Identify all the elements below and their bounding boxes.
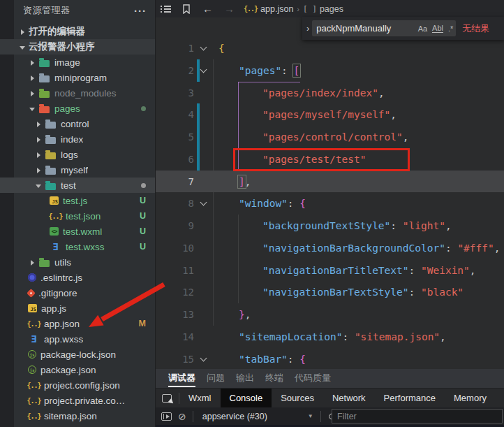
chevron-right-icon[interactable] (28, 73, 37, 82)
code-line-11[interactable]: 11"navigationBarTitleText": "Weixin", (156, 259, 504, 282)
chevron-right-icon[interactable] (34, 135, 43, 144)
chevron-right-icon[interactable] (34, 166, 43, 175)
code-token: "#fff" (457, 243, 494, 254)
whole-word-icon[interactable]: Abl (432, 24, 443, 33)
code-line-5[interactable]: 5"pages/control/control", (156, 126, 504, 148)
panel-tab-调试器[interactable]: 调试器 (168, 368, 195, 389)
devtools-tab-appdata[interactable]: AppData (496, 389, 504, 407)
tree-item-app.json[interactable]: {..}app.jsonM (0, 316, 155, 331)
code-text: "pages/index/index", (262, 87, 385, 99)
clear-console-icon[interactable]: ⊘ (178, 412, 186, 421)
tree-item-index[interactable]: index (0, 131, 155, 147)
tree-item-test.json[interactable]: {..}test.jsonU (0, 208, 155, 224)
tree-item-app.js[interactable]: JSapp.js (0, 301, 155, 316)
code-line-9[interactable]: 9"backgroundTextStyle": "light", (156, 215, 504, 237)
code-line-10[interactable]: 10"navigationBarBackgroundColor": "#fff"… (156, 237, 504, 259)
toggle-drawer-icon[interactable] (161, 412, 172, 421)
tree-item-package.json[interactable]: jspackage.json (0, 362, 155, 377)
tree-item-test.wxss[interactable]: Ǝtest.wxssU (0, 239, 155, 254)
tree-item-package-lock.json[interactable]: jspackage-lock.json (0, 347, 155, 362)
tree-item-test.js[interactable]: JStest.jsU (0, 193, 155, 208)
tree-item-test[interactable]: test (0, 178, 155, 193)
fold-chevron-icon[interactable] (200, 66, 207, 73)
fold-chevron-icon[interactable] (200, 44, 207, 51)
nav-back-icon[interactable]: ← (202, 3, 213, 14)
editor-topbar: ← → {..} app.json › [ ] pages (156, 0, 504, 17)
console-filter-input[interactable] (332, 412, 502, 421)
tree-item-app.wxss[interactable]: Ǝapp.wxss (0, 331, 155, 347)
panel-tab-代码质量[interactable]: 代码质量 (295, 368, 331, 389)
devtools-tab-wxml[interactable]: Wxml (179, 389, 221, 407)
devtools-tab-memory[interactable]: Memory (445, 389, 496, 407)
regex-icon[interactable]: .* (448, 24, 453, 33)
tree-item-label: 云报警器小程序 (29, 41, 95, 53)
code-line-8[interactable]: 8"window": { (156, 192, 504, 215)
tree-item-sitemap.json[interactable]: {..}sitemap.json (0, 408, 155, 424)
more-actions-icon[interactable]: ··· (134, 5, 147, 17)
chevron-right-icon[interactable] (28, 258, 37, 267)
find-expand-chevron-icon[interactable]: › (306, 23, 309, 34)
code-line-13[interactable]: 13}, (156, 303, 504, 326)
devtools-tab-network[interactable]: Network (323, 389, 375, 407)
chevron-right-icon[interactable] (34, 120, 43, 129)
chevron-right-icon[interactable] (34, 150, 43, 159)
inspect-element-icon[interactable] (162, 394, 172, 403)
tree-item-logs[interactable]: logs (0, 147, 155, 162)
fold-chevron-icon[interactable] (200, 355, 207, 362)
panel-tab-问题[interactable]: 问题 (207, 368, 225, 389)
tree-item-project.private.config.js...[interactable]: {..}project.private.config.js... (0, 393, 155, 408)
tree-item-.gitignore[interactable]: .gitignore (0, 285, 155, 301)
wxss-icon: Ǝ (50, 242, 61, 252)
devtools-tab-console[interactable]: Console (221, 389, 272, 407)
panel-tab-终端[interactable]: 终端 (265, 368, 283, 389)
code-editor[interactable]: 1{2"pages": [3"pages/index/index",4"page… (156, 17, 504, 369)
code-token: "pages/index/index" (262, 87, 378, 99)
tree-item--[interactable]: 打开的编辑器 (0, 24, 155, 39)
code-line-1[interactable]: 1{ (156, 37, 504, 59)
tree-item-utils[interactable]: utils (0, 254, 155, 270)
chevron-down-icon[interactable] (34, 181, 43, 190)
execution-context-select[interactable]: appservice (#30) ▼ (193, 412, 320, 421)
json-icon: {..} (28, 411, 40, 421)
modified-change-bar (197, 126, 200, 148)
code-line-3[interactable]: 3"pages/index/index", (156, 82, 504, 104)
code-line-12[interactable]: 12"navigationBarTextStyle": "black" (156, 281, 504, 303)
fold-chevron-icon[interactable] (200, 199, 207, 206)
chevron-right-icon[interactable] (28, 58, 37, 67)
panel-tab-输出[interactable]: 输出 (236, 368, 254, 389)
tree-item-miniprogram[interactable]: miniprogram (0, 70, 155, 85)
bookmark-icon[interactable] (182, 4, 191, 14)
chevron-right-icon[interactable] (28, 89, 37, 98)
breadcrumb-file[interactable]: app.json (260, 4, 293, 14)
modified-change-bar (197, 148, 200, 171)
code-line-4[interactable]: 4"pages/myself/myself", (156, 103, 504, 126)
tree-item--[interactable]: 云报警器小程序 (0, 39, 155, 55)
breadcrumb[interactable]: {..} app.json › [ ] pages (244, 4, 343, 14)
tree-item-project.config.json[interactable]: {..}project.config.json (0, 377, 155, 393)
explorer-title: 资源管理器 (23, 4, 71, 17)
tree-item-myself[interactable]: myself (0, 162, 155, 178)
chevron-down-icon[interactable] (18, 43, 27, 52)
code-line-2[interactable]: 2"pages": [ (156, 59, 504, 82)
editor-region: ← → {..} app.json › [ ] pages 1{2"pages"… (155, 0, 504, 369)
tree-item-control[interactable]: control (0, 116, 155, 131)
tree-item-image[interactable]: image (0, 55, 155, 70)
code-line-14[interactable]: 14"sitemapLocation": "sitemap.json", (156, 326, 504, 348)
tree-item-pages[interactable]: pages (0, 101, 155, 116)
code-line-15[interactable]: 15"tabBar": { (156, 348, 504, 369)
find-input[interactable] (312, 23, 394, 34)
devtools-tab-sources[interactable]: Sources (272, 389, 323, 407)
outline-list-icon[interactable] (161, 5, 171, 13)
chevron-right-icon[interactable] (18, 27, 27, 36)
tree-item-test.wxml[interactable]: <>test.wxmlU (0, 224, 155, 239)
nav-forward-icon[interactable]: → (224, 3, 235, 14)
json-icon: {..} (28, 319, 40, 328)
chevron-down-icon[interactable] (28, 104, 37, 113)
code-line-7[interactable]: 7], (156, 171, 504, 193)
tree-item-.eslintrc.js[interactable]: .eslintrc.js (0, 270, 155, 285)
devtools-tab-performance[interactable]: Performance (375, 389, 445, 407)
code-text: "pages/control/control", (262, 131, 409, 143)
breadcrumb-segment[interactable]: pages (320, 4, 343, 14)
match-case-icon[interactable]: Aa (418, 24, 427, 33)
tree-item-node_modules[interactable]: node_modules (0, 85, 155, 101)
